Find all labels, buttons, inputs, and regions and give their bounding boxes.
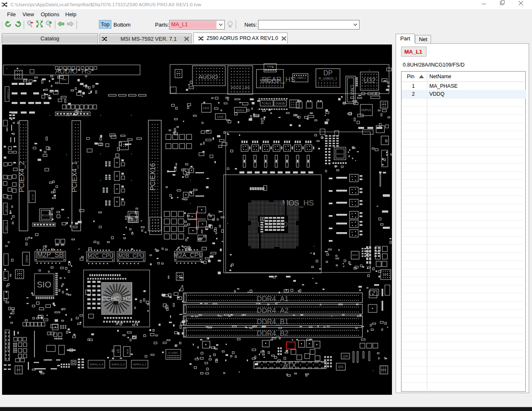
svg-text:AUDIO: AUDIO xyxy=(198,73,218,80)
svg-text:Q4: Q4 xyxy=(116,349,120,353)
svg-text:ATX: ATX xyxy=(283,361,296,369)
svg-text:SATA3_4_5: SATA3_4_5 xyxy=(90,363,103,366)
svg-text:ECU1: ECU1 xyxy=(42,214,50,217)
svg-text:MH6: MH6 xyxy=(383,273,389,276)
svg-text:PCIEX16: PCIEX16 xyxy=(149,163,156,191)
svg-text:DAU1: DAU1 xyxy=(352,254,358,256)
svg-text:R_USB20_1: R_USB20_1 xyxy=(319,77,337,80)
svg-text:MH9: MH9 xyxy=(381,369,387,371)
svg-text:Q31: Q31 xyxy=(338,365,343,369)
svg-text:DU61B: DU61B xyxy=(276,102,285,105)
svg-text:M2P_SB: M2P_SB xyxy=(37,251,63,259)
svg-text:W3232_LAN: W3232_LAN xyxy=(231,86,250,89)
svg-text:M2B_CPU: M2B_CPU xyxy=(118,253,144,259)
svg-text:R_USB60_0: R_USB60_0 xyxy=(294,77,306,79)
svg-text:HUB2: HUB2 xyxy=(25,255,28,263)
svg-text:MH2: MH2 xyxy=(176,72,181,75)
svg-text:M2C_CPU: M2C_CPU xyxy=(87,253,113,259)
svg-text:NO9: NO9 xyxy=(126,349,129,354)
svg-text:SIO: SIO xyxy=(37,280,51,289)
svg-text:MH3: MH3 xyxy=(382,103,387,106)
svg-text:MH7: MH7 xyxy=(17,369,21,371)
svg-text:U32: U32 xyxy=(363,77,375,84)
svg-text:F_AUDIO: F_AUDIO xyxy=(7,89,9,99)
svg-text:MH5: MH5 xyxy=(177,275,182,277)
svg-text:PCIEX4_2: PCIEX4_2 xyxy=(18,161,26,193)
svg-text:DDR4_B2: DDR4_B2 xyxy=(257,329,289,337)
svg-text:TCAU1: TCAU1 xyxy=(262,102,271,105)
svg-text:DP: DP xyxy=(323,69,332,77)
svg-text:F_USB2: F_USB2 xyxy=(5,223,7,231)
svg-text:CNVI: CNVI xyxy=(350,85,354,95)
svg-text:Q30: Q30 xyxy=(342,355,348,358)
svg-text:LIU2: LIU2 xyxy=(217,115,224,118)
svg-text:M2A_CPU: M2A_CPU xyxy=(174,251,203,258)
svg-text:ECU2: ECU2 xyxy=(32,194,34,200)
svg-text:DU61A: DU61A xyxy=(236,109,244,111)
svg-text:CRU1: CRU1 xyxy=(130,218,136,220)
svg-text:MH1: MH1 xyxy=(16,73,21,76)
svg-text:PCIEX4_1: PCIEX4_1 xyxy=(71,161,79,193)
svg-text:SATA3_0_1: SATA3_0_1 xyxy=(133,363,146,366)
svg-text:DDR4_A2: DDR4_A2 xyxy=(257,307,289,314)
svg-text:SP_DIF: SP_DIF xyxy=(5,205,7,213)
svg-text:DDR4_A1: DDR4_A1 xyxy=(257,295,289,303)
svg-text:LIU1: LIU1 xyxy=(203,106,209,109)
svg-text:MH4: MH4 xyxy=(17,272,22,275)
svg-text:SATA3_3_2: SATA3_3_2 xyxy=(111,363,125,366)
svg-text:DDR4_B1: DDR4_B1 xyxy=(257,318,289,326)
svg-text:F_U32C: F_U32C xyxy=(169,352,178,354)
svg-text:PCHC_HS: PCHC_HS xyxy=(102,295,132,302)
svg-text:AW1: AW1 xyxy=(62,78,67,81)
svg-text:HUPU1: HUPU1 xyxy=(361,109,371,111)
svg-text:DAU1: DAU1 xyxy=(337,153,344,155)
svg-text:U32C: U32C xyxy=(267,65,273,68)
